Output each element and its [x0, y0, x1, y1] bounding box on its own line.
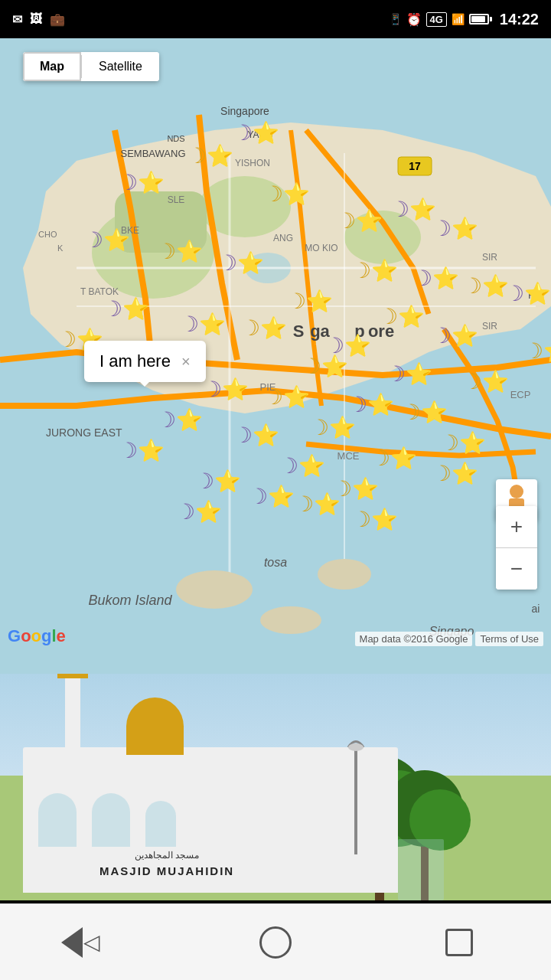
- svg-rect-49: [354, 747, 357, 854]
- svg-text:NDS: NDS: [167, 134, 184, 143]
- svg-text:17: 17: [409, 160, 421, 172]
- mosque-marker[interactable]: ☽⭐: [249, 486, 295, 508]
- mosque-marker[interactable]: ☽⭐: [264, 387, 310, 408]
- status-bar-left: ✉ 🖼 💼: [12, 12, 65, 27]
- mosque-marker[interactable]: ☽⭐: [187, 145, 233, 167]
- briefcase-icon: 💼: [50, 12, 65, 27]
- mosque-marker[interactable]: ☽⭐: [295, 494, 341, 515]
- alarm-icon: ⏰: [406, 12, 422, 27]
- mosque-marker[interactable]: ☽⭐: [103, 299, 149, 320]
- back-triangle-icon: [61, 927, 83, 958]
- svg-text:SIR: SIR: [482, 321, 497, 332]
- mosque-arabic-name: مسجد المجاهدين: [99, 850, 234, 861]
- mosque-marker[interactable]: ☽⭐: [432, 463, 478, 485]
- mosque-marker[interactable]: ☽⭐: [463, 371, 509, 393]
- status-bar: ✉ 🖼 💼 📱 ⏰ 4G 📶 14:22: [0, 0, 551, 38]
- svg-text:tosa: tosa: [264, 556, 287, 569]
- mosque-marker[interactable]: ☽⭐: [325, 335, 371, 357]
- mosque-marker[interactable]: ☽⭐: [463, 276, 509, 297]
- battery-icon: [469, 14, 492, 24]
- status-bar-right: 📱 ⏰ 4G 📶 14:22: [389, 11, 540, 28]
- 4g-label: 4G: [426, 12, 447, 27]
- mosque-marker[interactable]: ☽⭐: [119, 440, 165, 462]
- info-popup[interactable]: I am here ×: [84, 341, 206, 382]
- svg-point-39: [176, 570, 253, 609]
- mosque-marker[interactable]: ☽⭐: [176, 501, 222, 523]
- map-footer: Map data ©2016 Google Terms of Use: [355, 632, 543, 646]
- terms-link[interactable]: Terms of Use: [475, 632, 543, 646]
- mosque-marker[interactable]: ☽⭐: [348, 394, 394, 416]
- zoom-controls: + −: [496, 506, 537, 590]
- mosque-marker[interactable]: ☽⭐: [157, 410, 203, 431]
- svg-point-50: [348, 743, 364, 751]
- time-display: 14:22: [500, 11, 539, 28]
- map-type-control[interactable]: Map Satellite: [23, 52, 159, 81]
- mosque-marker[interactable]: ☽⭐: [352, 509, 398, 531]
- mosque-marker[interactable]: ☽⭐: [218, 253, 264, 274]
- mosque-marker[interactable]: ☽⭐: [157, 241, 203, 263]
- zoom-out-button[interactable]: −: [496, 548, 537, 590]
- signal-icon: 📶: [452, 13, 465, 25]
- phone-icon: 📱: [389, 13, 402, 25]
- svg-point-41: [318, 559, 371, 590]
- mosque-marker[interactable]: ☽⭐: [432, 218, 478, 240]
- mosque-marker[interactable]: ☽⭐: [310, 417, 356, 439]
- mosque-marker[interactable]: ☽⭐: [84, 230, 130, 251]
- svg-text:K: K: [57, 243, 64, 253]
- svg-text:ECP: ECP: [510, 389, 531, 400]
- mosque-marker[interactable]: ☽⭐: [371, 448, 417, 469]
- svg-text:MCE: MCE: [337, 450, 360, 462]
- popup-close-button[interactable]: ×: [181, 353, 191, 371]
- image-icon: 🖼: [30, 12, 42, 26]
- google-branding: Google: [8, 626, 66, 646]
- svg-text:ai: ai: [532, 603, 540, 615]
- svg-text:SIR: SIR: [482, 252, 497, 263]
- mosque-marker[interactable]: ☽⭐: [505, 283, 551, 305]
- svg-text:YISHON: YISHON: [235, 158, 270, 168]
- recent-button[interactable]: [429, 920, 490, 965]
- home-button[interactable]: [245, 920, 306, 965]
- mosque-marker[interactable]: ☽⭐: [119, 172, 165, 194]
- svg-text:Bukom Island: Bukom Island: [88, 593, 172, 608]
- zoom-in-button[interactable]: +: [496, 506, 537, 547]
- mosque-marker[interactable]: ☽⭐: [264, 184, 310, 205]
- mosque-marker[interactable]: ☽⭐: [195, 471, 241, 492]
- mosque-marker[interactable]: ☽⭐: [180, 314, 226, 335]
- mosque-marker[interactable]: ☽⭐: [379, 306, 425, 328]
- mosque-marker[interactable]: ☽⭐: [279, 456, 325, 477]
- svg-text:SLE: SLE: [168, 194, 185, 205]
- mosque-marker[interactable]: ☽⭐: [390, 199, 436, 220]
- mosque-marker[interactable]: ☽⭐: [440, 433, 486, 454]
- satellite-tab[interactable]: Satellite: [82, 52, 159, 81]
- mosque-marker[interactable]: ☽⭐: [233, 425, 279, 446]
- mosque-marker[interactable]: ☽⭐: [413, 268, 459, 289]
- svg-text:SEMBAWANG: SEMBAWANG: [121, 148, 186, 159]
- svg-text:MO KIO: MO KIO: [305, 243, 337, 253]
- mosque-marker[interactable]: ☽⭐: [302, 356, 348, 377]
- mosque-marker[interactable]: ☽⭐: [352, 260, 398, 282]
- popup-text: I am here: [99, 351, 171, 371]
- svg-text:T BATOK: T BATOK: [80, 286, 119, 297]
- svg-text:CHO: CHO: [38, 230, 57, 239]
- svg-text:S: S: [293, 322, 305, 341]
- svg-point-40: [260, 606, 321, 634]
- mosque-marker[interactable]: ☽⭐: [432, 325, 478, 347]
- svg-text:Singapore: Singapore: [220, 105, 269, 117]
- map-section[interactable]: 17 Singapore SEMBAWANG YANG NDS YISHON C…: [0, 38, 551, 674]
- nav-bar: ◁: [0, 903, 551, 980]
- mosque-marker[interactable]: ☽⭐: [386, 364, 432, 385]
- mosque-photo-section: مسجد المجاهدين MASJID MUJAHIDIN: [0, 674, 551, 900]
- mosque-marker[interactable]: ☽⭐: [337, 211, 383, 232]
- gmail-icon: ✉: [12, 12, 22, 27]
- mosque-marker[interactable]: ☽⭐: [241, 318, 287, 339]
- map-tab[interactable]: Map: [23, 52, 81, 81]
- mosque-marker[interactable]: ☽⭐: [524, 341, 551, 362]
- mosque-name: MASJID MUJAHIDIN: [99, 864, 234, 877]
- mosque-marker[interactable]: ☽⭐: [233, 122, 279, 144]
- mosque-marker[interactable]: ☽⭐: [203, 379, 249, 400]
- map-copyright: Map data ©2016 Google: [355, 632, 473, 646]
- mosque-marker[interactable]: ☽⭐: [287, 291, 333, 312]
- svg-text:JURONG EAST: JURONG EAST: [46, 426, 122, 439]
- mosque-marker[interactable]: ☽⭐: [402, 402, 448, 423]
- svg-text:ANG: ANG: [273, 233, 293, 243]
